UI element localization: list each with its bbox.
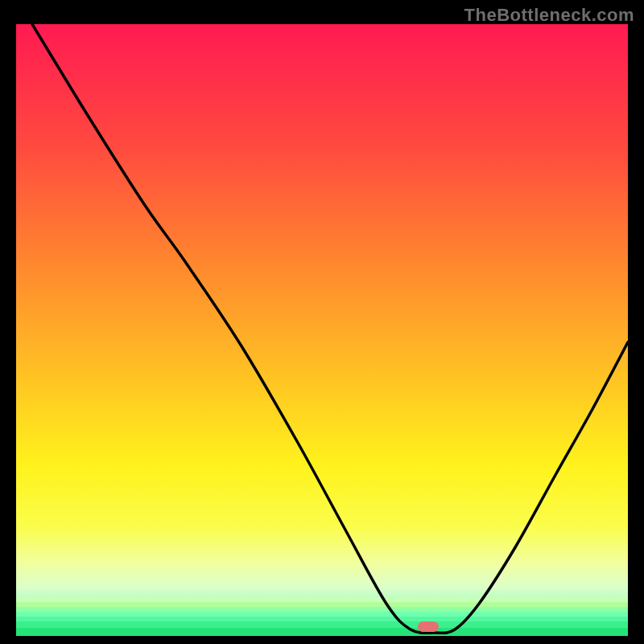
chart-frame: TheBottleneck.com [0, 0, 644, 644]
plot-area [16, 24, 628, 636]
bottleneck-curve [16, 24, 628, 636]
optimal-point-marker [418, 621, 439, 632]
curve-path [32, 24, 628, 633]
watermark-label: TheBottleneck.com [464, 5, 634, 26]
